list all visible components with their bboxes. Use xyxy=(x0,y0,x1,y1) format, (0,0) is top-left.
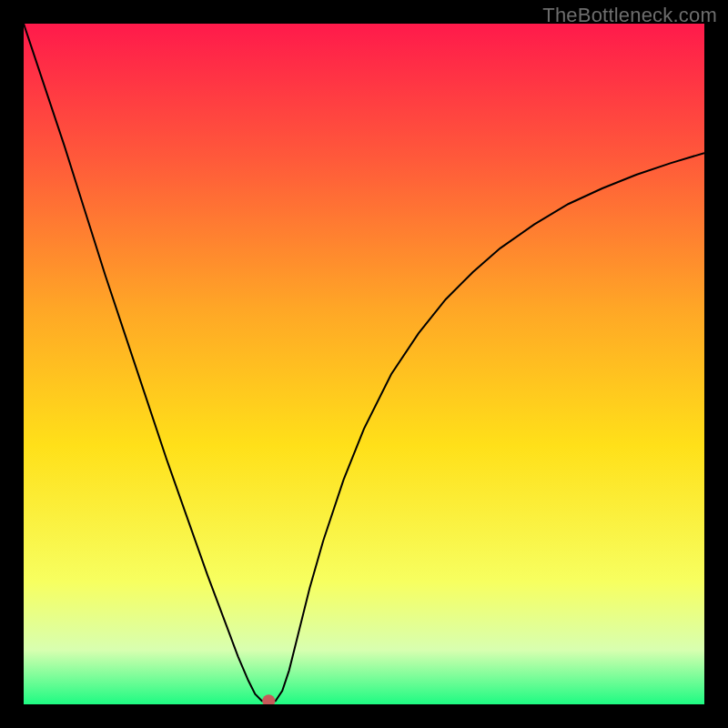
bottleneck-chart xyxy=(24,24,704,704)
watermark-text: TheBottleneck.com xyxy=(542,4,717,27)
chart-background xyxy=(24,24,704,704)
chart-frame: TheBottleneck.com xyxy=(0,0,728,728)
